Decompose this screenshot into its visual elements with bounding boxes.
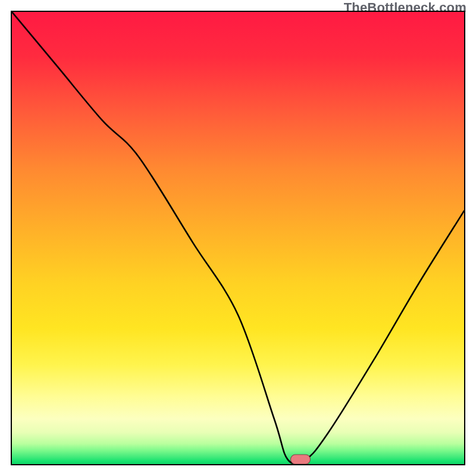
bottleneck-curve (12, 12, 464, 464)
plot-area (11, 11, 465, 465)
chart-container: TheBottleneck.com (0, 0, 476, 476)
optimal-point-marker (290, 455, 311, 465)
